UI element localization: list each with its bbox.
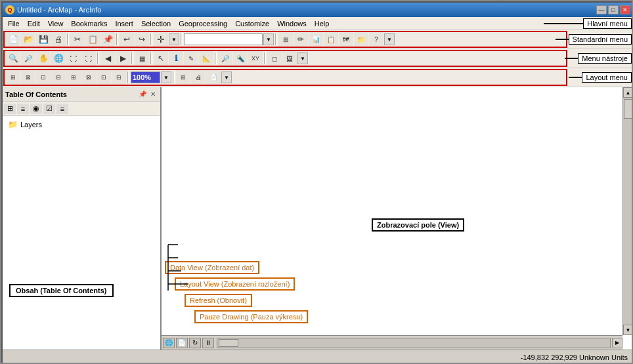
xy-button[interactable]: XY — [248, 51, 263, 66]
pointer-button[interactable]: ↖ — [154, 51, 168, 66]
toc-close-button[interactable]: ✕ — [148, 90, 158, 99]
select-btn[interactable]: ◻ — [267, 51, 282, 66]
toolbar-end-dropdown[interactable]: ▼ — [384, 33, 395, 45]
standard-toolbar: 📄 📂 💾 🖨 ✂ 📋 📌 ↩ ↪ ✛ ▼ ▼ — [3, 30, 633, 49]
menu-bar: File Edit View Bookmarks Insert Selectio… — [3, 17, 633, 30]
sep12 — [173, 71, 175, 83]
scroll-right-button[interactable]: ▶ — [612, 338, 622, 348]
layout-end-btn2[interactable]: 🖨 — [191, 70, 206, 85]
toc-pin-button[interactable]: 📌 — [138, 90, 147, 99]
sep5 — [275, 33, 277, 45]
menu-bookmarks[interactable]: Bookmarks — [67, 18, 111, 29]
find-button[interactable]: 🔎 — [218, 51, 232, 66]
edit-button[interactable]: ✏ — [294, 32, 308, 47]
refresh-btn[interactable]: ↻ — [189, 338, 201, 348]
paste-button[interactable]: 📌 — [100, 32, 115, 47]
zoom-last-button[interactable]: ⛶ — [81, 51, 96, 66]
forward-button[interactable]: ▶ — [116, 51, 130, 66]
layout-btn3[interactable]: ⊡ — [36, 70, 51, 85]
open-button[interactable]: 📂 — [21, 32, 35, 47]
globe-button[interactable]: 🌐 — [51, 51, 66, 66]
edit2-button[interactable]: ✎ — [184, 51, 198, 66]
cut-button[interactable]: ✂ — [70, 32, 85, 47]
menu-windows[interactable]: Windows — [273, 18, 311, 29]
full-extent-button[interactable]: ⛶ — [66, 51, 81, 66]
print-button[interactable]: 🖨 — [51, 32, 66, 47]
menu-view[interactable]: View — [44, 18, 68, 29]
scroll-down-button[interactable]: ▼ — [623, 325, 634, 335]
scroll-thumb[interactable] — [624, 99, 633, 119]
zoom-dropdown[interactable]: ▼ — [161, 71, 171, 83]
layout-btn4[interactable]: ⊟ — [51, 70, 66, 85]
undo-button[interactable]: ↩ — [120, 32, 134, 47]
toc-header: Table Of Contents 📌 ✕ — [3, 87, 160, 102]
sep6 — [97, 52, 99, 64]
search-dropdown[interactable]: ▼ — [263, 33, 274, 45]
menu-edit[interactable]: Edit — [24, 18, 44, 29]
layout-btn8[interactable]: ⊟ — [112, 70, 126, 85]
sep8 — [150, 52, 152, 64]
copy-button[interactable]: 📋 — [85, 32, 100, 47]
pause-btn[interactable]: ⏸ — [202, 338, 214, 348]
scroll-up-button[interactable]: ▲ — [623, 87, 634, 98]
toc-source-button[interactable]: ≡ — [17, 104, 29, 114]
measure-button[interactable]: 📐 — [199, 51, 213, 66]
layout-btn5[interactable]: ⊞ — [66, 70, 81, 85]
toc-panel: Table Of Contents 📌 ✕ ⊞ ≡ ◉ ☑ ≡ 📁 — [3, 87, 162, 350]
layout-view-annotation: Layout View (Zobrazení rozložení) — [175, 277, 295, 291]
menu-geoprocessing[interactable]: Geoprocessing — [175, 18, 231, 29]
toc-toolbar: ⊞ ≡ ◉ ☑ ≡ — [3, 102, 160, 116]
info-button[interactable]: ℹ — [169, 51, 183, 66]
toc-visibility-button[interactable]: ◉ — [30, 104, 42, 114]
arc-editor-button[interactable]: 📊 — [309, 32, 323, 47]
horizontal-scrollbar[interactable] — [217, 338, 611, 348]
help-button[interactable]: ? — [369, 32, 383, 47]
search-input[interactable] — [184, 33, 263, 45]
find2-button[interactable]: 🔦 — [233, 51, 248, 66]
layout-btn7[interactable]: ⊡ — [97, 70, 111, 85]
layout-btn2[interactable]: ⊠ — [21, 70, 35, 85]
redo-button[interactable]: ↪ — [135, 32, 149, 47]
title-bar: Q Untitled - ArcMap - ArcInfo — □ ✕ — [3, 3, 633, 17]
scroll-thumb-h[interactable] — [219, 339, 238, 347]
select-features-button[interactable]: ⊞ — [278, 32, 293, 47]
menu-selection[interactable]: Selection — [137, 18, 175, 29]
pan-button[interactable]: ✋ — [36, 51, 51, 66]
menu-file[interactable]: File — [4, 18, 24, 29]
map-button[interactable]: ▦ — [135, 51, 149, 66]
add-data-dropdown[interactable]: ▼ — [169, 33, 179, 45]
save-button[interactable]: 💾 — [36, 32, 51, 47]
menu-insert[interactable]: Insert — [111, 18, 137, 29]
menu-customize[interactable]: Customize — [231, 18, 273, 29]
view-label-box: Zobrazovací pole (View) — [372, 218, 464, 232]
menu-help[interactable]: Help — [311, 18, 334, 29]
toc-drawing-order-button[interactable]: ⊞ — [4, 104, 16, 114]
back-button[interactable]: ◀ — [100, 51, 115, 66]
toc-selection-button[interactable]: ☑ — [43, 104, 55, 114]
layout-end-btn1[interactable]: ⊞ — [176, 70, 190, 85]
zoom-level-input[interactable] — [131, 71, 160, 83]
layout-tab-btn[interactable]: 📄 — [176, 338, 188, 348]
main-content: Table Of Contents 📌 ✕ ⊞ ≡ ◉ ☑ ≡ 📁 — [3, 87, 633, 350]
toc-options-button[interactable]: ≡ — [56, 104, 68, 114]
zoom-in-button[interactable]: 🔍 — [6, 51, 20, 66]
viewer-button[interactable]: 🗺 — [339, 32, 353, 47]
layout-end-dropdown[interactable]: ▼ — [221, 71, 232, 83]
zoom-out-button[interactable]: 🔎 — [21, 51, 35, 66]
layout-btn6[interactable]: ⊠ — [81, 70, 96, 85]
close-button[interactable]: ✕ — [620, 5, 630, 14]
vertical-scrollbar[interactable]: ▲ ▼ — [622, 87, 633, 335]
sep1 — [67, 33, 69, 45]
catalog-button[interactable]: 📁 — [354, 32, 368, 47]
tools-end-dropdown[interactable]: ▼ — [297, 52, 308, 64]
maximize-button[interactable]: □ — [608, 5, 619, 14]
minimize-button[interactable]: — — [596, 5, 607, 14]
table-button[interactable]: 📋 — [324, 32, 338, 47]
new-button[interactable]: 📄 — [6, 32, 20, 47]
layout-btn1[interactable]: ⊞ — [6, 70, 20, 85]
bottom-strip: 🌐 📄 ↻ ⏸ ▶ — [162, 335, 622, 350]
add-data-button[interactable]: ✛ — [154, 32, 168, 47]
globe-btn[interactable]: 🌐 — [163, 338, 175, 348]
graphics-btn[interactable]: 🖼 — [282, 51, 297, 66]
layout-end-btn3[interactable]: 📄 — [206, 70, 221, 85]
